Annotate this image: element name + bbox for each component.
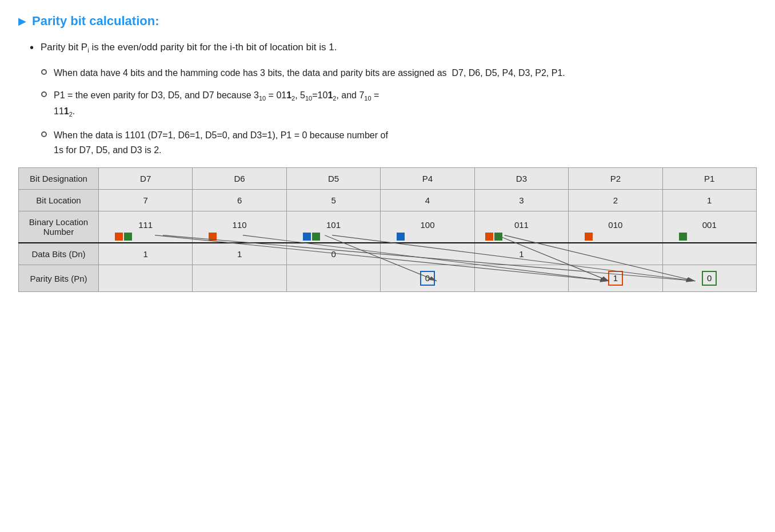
cell-d7-parity — [99, 265, 193, 292]
sub-bullet-text-1: When data have 4 bits and the hamming co… — [54, 66, 565, 81]
cell-d6-parity — [193, 265, 286, 292]
cell-d5-binary: 101 — [286, 211, 380, 243]
cell-d7-designation: D7 — [99, 168, 193, 190]
table-row-bit-location: Bit Location 7 6 5 4 3 2 1 — [19, 190, 757, 211]
row-header-data-bits: Data Bits (Dn) — [19, 243, 99, 265]
hamming-table-container: Bit Designation D7 D6 D5 P4 D3 P2 P1 Bit… — [18, 167, 757, 294]
sub-bullet-dot-3 — [41, 131, 47, 137]
parity-value-p4: 0 — [420, 271, 435, 286]
cell-d6-data: 1 — [193, 243, 286, 265]
cell-p1-designation: P1 — [662, 168, 756, 190]
cell-p2-designation: P2 — [569, 168, 662, 190]
cell-p1-data — [662, 243, 756, 265]
cell-d3-parity — [474, 265, 568, 292]
main-bullet-text: Parity bit Pi is the even/odd parity bit… — [41, 40, 337, 55]
cell-d3-location: 3 — [474, 190, 568, 211]
cell-d5-designation: D5 — [286, 168, 380, 190]
cell-p2-location: 2 — [569, 190, 662, 211]
cell-d3-data: 1 — [474, 243, 568, 265]
hamming-table: Bit Designation D7 D6 D5 P4 D3 P2 P1 Bit… — [18, 167, 757, 292]
cell-d5-parity — [286, 265, 380, 292]
sub-bullet-text-3: When the data is 1101 (D7=1, D6=1, D5=0,… — [54, 128, 388, 157]
section-heading: ▶ Parity bit calculation: — [18, 14, 757, 29]
cell-p2-parity: 1 — [569, 265, 662, 292]
row-header-parity-bits: Parity Bits (Pn) — [19, 265, 99, 292]
cell-p4-binary: 100 — [381, 211, 474, 243]
sub-bullet-dot-1 — [41, 69, 47, 75]
heading-arrow-icon: ▶ — [18, 15, 26, 27]
cell-d3-binary: 011 — [474, 211, 568, 243]
cell-p4-designation: P4 — [381, 168, 474, 190]
cell-d6-location: 6 — [193, 190, 286, 211]
cell-p2-data — [569, 243, 662, 265]
table-row-bit-designation: Bit Designation D7 D6 D5 P4 D3 P2 P1 — [19, 168, 757, 190]
cell-d6-binary: 110 — [193, 211, 286, 243]
cell-p1-parity: 0 — [662, 265, 756, 292]
sub-bullet-1: When data have 4 bits and the hamming co… — [41, 66, 757, 81]
cell-p4-location: 4 — [381, 190, 474, 211]
cell-d3-designation: D3 — [474, 168, 568, 190]
parity-value-p2: 1 — [608, 271, 623, 286]
parity-value-p1: 0 — [702, 271, 717, 286]
heading-title: Parity bit calculation: — [32, 14, 159, 29]
table-row-binary-location: Binary Location Number 111 110 101 — [19, 211, 757, 243]
cell-d5-data: 0 — [286, 243, 380, 265]
main-bullet: • Parity bit Pi is the even/odd parity b… — [30, 40, 757, 55]
row-header-bit-location: Bit Location — [19, 190, 99, 211]
cell-p1-location: 1 — [662, 190, 756, 211]
table-row-data-bits: Data Bits (Dn) 1 1 0 1 — [19, 243, 757, 265]
cell-p2-binary: 010 — [569, 211, 662, 243]
cell-p4-data — [381, 243, 474, 265]
cell-d5-location: 5 — [286, 190, 380, 211]
cell-p1-binary: 001 — [662, 211, 756, 243]
sub-bullets-container: When data have 4 bits and the hamming co… — [41, 66, 757, 157]
cell-p4-parity: 0 — [381, 265, 474, 292]
cell-d7-data: 1 — [99, 243, 193, 265]
cell-d7-binary: 111 — [99, 211, 193, 243]
sub-bullet-2: P1 = the even parity for D3, D5, and D7 … — [41, 88, 757, 120]
sub-bullet-text-2: P1 = the even parity for D3, D5, and D7 … — [54, 88, 379, 120]
main-bullet-dot: • — [30, 41, 34, 54]
row-header-bit-designation: Bit Designation — [19, 168, 99, 190]
sub-bullet-3: When the data is 1101 (D7=1, D6=1, D5=0,… — [41, 128, 757, 157]
row-header-binary-location: Binary Location Number — [19, 211, 99, 243]
table-row-parity-bits: Parity Bits (Pn) 0 1 0 — [19, 265, 757, 292]
sub-bullet-dot-2 — [41, 91, 47, 97]
cell-d7-location: 7 — [99, 190, 193, 211]
cell-d6-designation: D6 — [193, 168, 286, 190]
